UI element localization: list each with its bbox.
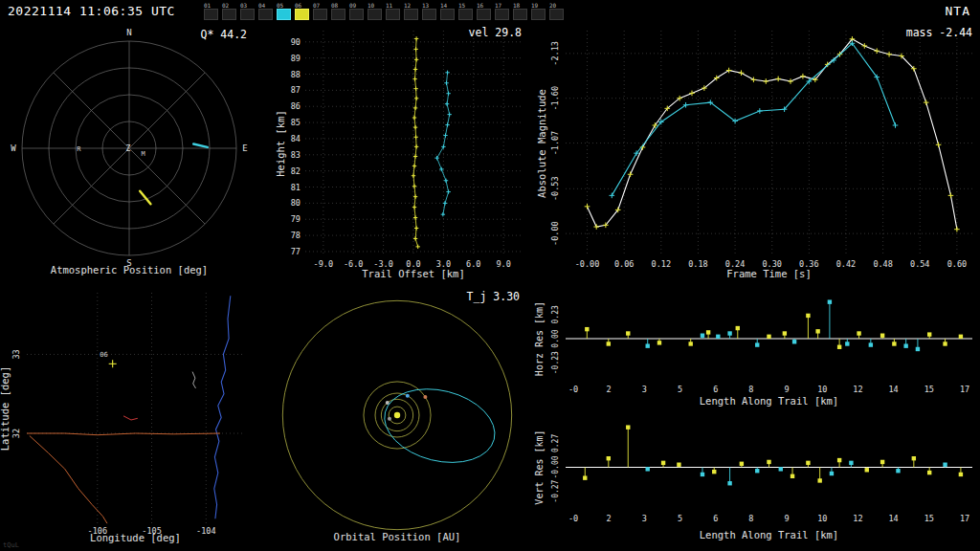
frame-image[interactable] (531, 9, 546, 20)
planet-mars (423, 395, 427, 399)
frame-thumb-05[interactable]: 05 (277, 2, 295, 20)
frame-image[interactable] (313, 9, 327, 20)
svg-text:0.54: 0.54 (910, 259, 929, 269)
frame-thumb-19[interactable]: 19 (531, 2, 549, 20)
frame-number: 06 (295, 2, 301, 9)
frame-thumb-17[interactable]: 17 (495, 2, 513, 20)
svg-text:-9.0: -9.0 (314, 259, 333, 269)
atmos-meteor-track-yellow (140, 191, 150, 204)
frame-thumb-12[interactable]: 12 (404, 2, 422, 20)
frame-number: 17 (495, 2, 501, 9)
trail-series-station-nta (412, 36, 420, 249)
frame-thumb-06[interactable]: 06 (295, 2, 313, 20)
svg-text:82: 82 (291, 166, 301, 176)
horzres-stems (585, 299, 963, 351)
frame-number: 19 (531, 2, 538, 9)
frame-number: 18 (513, 2, 520, 9)
trail-grid (305, 31, 522, 256)
svg-text:89: 89 (291, 54, 301, 63)
panel-ground-map: -106-105-1043233Latitude [deg]Longitude … (0, 287, 271, 551)
svg-text:Z: Z (126, 144, 131, 153)
frame-strip[interactable]: 0102030405060708091011121314151617181920 (204, 2, 568, 20)
frame-number: 08 (331, 2, 338, 9)
frame-image[interactable] (495, 9, 509, 20)
frame-number: 14 (440, 2, 447, 9)
svg-text:Q* 44.2: Q* 44.2 (201, 28, 247, 41)
sun-marker (394, 412, 400, 418)
svg-text:12: 12 (853, 514, 862, 523)
frame-image[interactable] (295, 9, 309, 20)
frame-thumb-07[interactable]: 07 (313, 2, 331, 20)
frame-thumb-18[interactable]: 18 (513, 2, 531, 20)
svg-text:06: 06 (100, 351, 107, 359)
panel-vertical-residuals: 0.27-0.00-0.27-02356891012141517Vert Res… (531, 413, 980, 551)
svg-text:-0.23: -0.23 (551, 351, 560, 374)
svg-text:15: 15 (924, 514, 934, 523)
svg-text:Length Along Trail [km]: Length Along Trail [km] (700, 529, 838, 540)
frame-thumb-01[interactable]: 01 (204, 2, 222, 20)
svg-text:9: 9 (785, 385, 790, 394)
svg-text:-0.27: -0.27 (551, 479, 560, 502)
frame-image[interactable] (513, 9, 527, 20)
svg-text:14: 14 (889, 385, 899, 394)
frame-thumb-09[interactable]: 09 (349, 2, 368, 20)
frame-thumb-10[interactable]: 10 (368, 2, 386, 20)
svg-text:M: M (141, 150, 145, 158)
svg-text:10: 10 (817, 385, 827, 394)
svg-text:-1.60: -1.60 (550, 86, 560, 111)
svg-text:79: 79 (291, 214, 301, 224)
map-event-marker (109, 360, 117, 367)
svg-text:14: 14 (889, 514, 899, 523)
svg-text:Absolute Magnitude: Absolute Magnitude (536, 89, 547, 198)
svg-text:83: 83 (291, 150, 301, 160)
frame-image[interactable] (549, 9, 564, 20)
frame-image[interactable] (240, 9, 255, 20)
svg-text:-0: -0 (568, 385, 578, 394)
frame-image[interactable] (440, 9, 455, 20)
svg-text:3: 3 (642, 385, 647, 394)
planet-venus (386, 401, 390, 405)
frame-image[interactable] (404, 9, 418, 20)
frame-thumb-11[interactable]: 11 (386, 2, 404, 20)
frame-image[interactable] (222, 9, 236, 20)
svg-text:88: 88 (291, 70, 301, 79)
frame-image[interactable] (477, 9, 491, 20)
frame-image[interactable] (277, 9, 291, 20)
frame-thumb-08[interactable]: 08 (331, 2, 349, 20)
frame-image[interactable] (368, 9, 382, 20)
frame-thumb-13[interactable]: 13 (422, 2, 440, 20)
frame-thumb-20[interactable]: 20 (549, 2, 568, 20)
frame-number: 03 (240, 2, 247, 9)
svg-text:mass -2.44: mass -2.44 (906, 26, 972, 39)
frame-thumb-04[interactable]: 04 (258, 2, 277, 20)
svg-text:17: 17 (960, 385, 969, 394)
map-feature-road-segment (123, 416, 138, 420)
frame-image[interactable] (258, 9, 273, 20)
frame-thumb-14[interactable]: 14 (440, 2, 458, 20)
mag-grid (566, 31, 972, 256)
svg-text:N: N (126, 28, 131, 37)
corner-watermark: tQuL (3, 541, 19, 549)
svg-text:0.27: 0.27 (551, 434, 560, 452)
frame-thumb-03[interactable]: 03 (240, 2, 258, 20)
frame-thumb-02[interactable]: 02 (222, 2, 240, 20)
svg-text:0.42: 0.42 (836, 259, 856, 269)
svg-text:Atmospheric Position [deg]: Atmospheric Position [deg] (51, 264, 208, 276)
frame-image[interactable] (204, 9, 218, 20)
svg-text:2: 2 (607, 385, 612, 394)
svg-text:Longitude [deg]: Longitude [deg] (90, 532, 181, 543)
planet-earth (406, 394, 410, 398)
svg-text:Trail Offset [km]: Trail Offset [km] (362, 268, 464, 279)
frame-image[interactable] (331, 9, 345, 20)
frame-image[interactable] (458, 9, 473, 20)
timestamp: 20221114 11:06:35 UTC (8, 4, 175, 18)
svg-text:-0.00: -0.00 (551, 455, 560, 478)
frame-thumb-16[interactable]: 16 (477, 2, 495, 20)
svg-text:-0.53: -0.53 (550, 176, 560, 201)
frame-image[interactable] (386, 9, 400, 20)
frame-image[interactable] (349, 9, 364, 20)
frame-image[interactable] (422, 9, 436, 20)
svg-text:17: 17 (960, 514, 969, 523)
svg-text:R: R (77, 145, 81, 153)
frame-thumb-15[interactable]: 15 (458, 2, 477, 20)
